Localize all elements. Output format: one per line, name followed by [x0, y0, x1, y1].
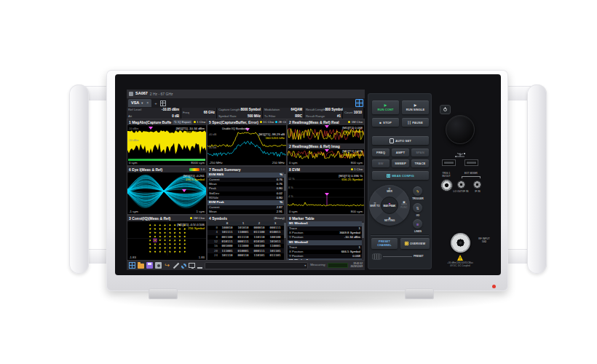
setting-value: 0 dB	[172, 115, 179, 119]
panel-title: 4 Symbols	[209, 217, 227, 221]
auto-set-button[interactable]: AUTO SET	[372, 136, 429, 145]
scrollbar[interactable]	[362, 221, 364, 260]
panel-spectrum[interactable]: 5 Spec(CaptureBuffer, Error) 1C Clrw2E C…	[207, 119, 287, 166]
span-key[interactable]: SPAN	[411, 149, 429, 157]
symbols-row: 24101110000110110101011101	[207, 253, 284, 258]
screenshot-icon[interactable]	[155, 262, 162, 269]
format-tag: (Binary)	[274, 217, 285, 220]
edit-icon[interactable]	[173, 262, 179, 269]
tab-vsa[interactable]: VSA ▼ ×	[128, 99, 151, 107]
run-single-button[interactable]: ▶ RUN SINGLE	[402, 100, 429, 114]
display-config-button[interactable]	[355, 99, 363, 107]
add-tab-button[interactable]: +	[154, 101, 157, 106]
setting-value: 800 Symbol	[325, 108, 344, 112]
setting-value: 500 MHz	[248, 115, 261, 119]
panel-symbols[interactable]: 4 Symbols (Binary) 012301000101010100000…	[207, 215, 287, 261]
io-icon: ⇅	[416, 206, 419, 210]
meas-config-button[interactable]: MEAS CONFIG	[372, 171, 429, 180]
status-led	[492, 285, 496, 288]
rf-input-label: RF INPUT50Ω	[473, 237, 495, 243]
touchscreen[interactable]: SA067 2 Hz - 67 GHz VSA ▼ × + Ref Level-…	[127, 90, 365, 270]
max-peak-key[interactable]: ▼MAX PEAK	[381, 197, 398, 214]
evm-trace-plot	[288, 173, 365, 210]
overview-icon	[405, 242, 408, 245]
play-icon: ▶	[384, 103, 387, 107]
panel-title: 1 MagAbs(Capture Buffe	[129, 121, 171, 124]
settings-cell[interactable]: Capture Length8000 SymbolSymbol Rate500 …	[217, 108, 262, 119]
panel-title: 7 Result Summary	[209, 168, 241, 172]
settings-cell[interactable]: Ref Level-10.05 dBmAtt0 dB	[127, 108, 181, 119]
if-in-connector	[473, 181, 481, 189]
freq-key[interactable]: FREQ	[372, 149, 390, 157]
panel-magabs[interactable]: 1 MagAbs(Capture Buffe ↻IQ Export 1 Clrw…	[127, 119, 207, 166]
display-icon[interactable]	[189, 263, 195, 268]
settings-cell[interactable]: Count10/10	[343, 108, 363, 119]
mkr-to-key[interactable]: ▽MKR TO	[370, 202, 380, 208]
run-cont-button[interactable]: ▶ RUN CONT	[372, 100, 399, 114]
folder-icon[interactable]	[138, 264, 144, 269]
mkr-func-key[interactable]: ▣MKR FUNC	[399, 201, 409, 210]
close-tab-icon[interactable]: ×	[146, 101, 149, 105]
panel-result-summary[interactable]: 7 Result Summary EVM RMS%Current0.76Mean…	[207, 166, 287, 215]
trace-legend: 1M Clrw	[190, 217, 205, 220]
settings-cell[interactable]: Result Length800 SymbolResult Range#1	[304, 108, 342, 119]
eye-diagram-plot	[127, 173, 207, 210]
rotary-knob[interactable]	[446, 115, 475, 144]
clock: 19:41:522023/12/09	[350, 263, 363, 269]
scrollbar[interactable]	[284, 221, 286, 260]
preset-channel-button[interactable]: PRESET CHANNEL	[371, 238, 398, 249]
settings-cell[interactable]: Freq68 GHz	[181, 108, 216, 119]
sweep-key[interactable]: SWEEP	[392, 159, 409, 167]
screen-toolbar: ↪ ▾ Measuring: 19:41:522023/12/09	[127, 261, 365, 270]
panel-title: 6 Eye I(Meas & Ref)	[129, 168, 162, 172]
trigger-key[interactable]: ϟ	[413, 186, 422, 196]
trace-key[interactable]: TRACE	[411, 159, 429, 167]
setting-label: Symbol Rate	[218, 115, 237, 118]
panel-marker-table[interactable]: 9 Marker Table M1 Window1Trace1X Positio…	[287, 215, 365, 261]
iq-export-button[interactable]: ↻IQ Export	[173, 120, 191, 124]
panel-evm[interactable]: 8 EVM 1 Clrw 12 % 8 % 4 % [M1][T1] 0.396…	[287, 166, 365, 215]
usb-icon	[454, 152, 466, 158]
minimize-icon[interactable]	[197, 267, 202, 269]
io-key[interactable]: ⇅	[413, 203, 422, 213]
trig-label: TRIG 1IN/OUT	[436, 172, 456, 178]
right-handle	[527, 84, 547, 274]
window-layout-icon[interactable]	[129, 262, 135, 269]
save-icon[interactable]	[146, 262, 153, 269]
summary-section-header: EVM Peak%	[207, 200, 284, 205]
overview-button[interactable]: OVERVIEW	[400, 238, 430, 249]
message-dropdown[interactable]: ▾	[205, 262, 308, 269]
keypad-divider	[371, 234, 429, 235]
lines-key[interactable]: ≡	[413, 219, 422, 229]
marker-group-header: M1 Window1	[288, 221, 362, 226]
usable-bandwidth-annotation: Usable I/Q Bandwidth	[222, 128, 249, 131]
summary-row: Mean2.91	[207, 210, 284, 214]
warning-icon	[457, 255, 463, 261]
setting-label: Result Length	[306, 108, 325, 111]
window-arrange-icon[interactable]	[160, 100, 166, 106]
stop-button[interactable]: ■STOP	[372, 118, 399, 127]
panel-constellation[interactable]: 3 Const(IQ)(Meas & Ref) 1M Clrw [M1][T1]…	[127, 215, 207, 261]
preset-knob[interactable]	[372, 253, 381, 260]
ampt-key[interactable]: AMPT	[392, 149, 409, 157]
panel-realimag[interactable]: 2 RealImag(Meas & Ref) Real 1M Clrw [M1]…	[287, 119, 365, 166]
y-axis-label: 8 %	[288, 187, 293, 190]
setting-value: -10.05 dBm	[162, 108, 179, 112]
settings-gear-icon[interactable]	[181, 264, 186, 269]
setting-label: Count	[344, 111, 352, 114]
panel-eye-diagram[interactable]: 6 Eye I(Meas & Ref) 1.0 [M1][T1] -0.2611…	[127, 166, 207, 215]
mkr-key[interactable]: ▽MKR	[387, 188, 392, 194]
pause-button[interactable]: | |PAUSE	[402, 118, 429, 127]
scrollbar[interactable]	[284, 173, 286, 214]
setting-key[interactable]: ✱SETTING	[384, 217, 395, 223]
chevron-down-icon[interactable]: ▼	[141, 102, 143, 105]
settings-cell[interactable]: Modulation64QAMTx FilterRRC	[263, 108, 304, 119]
hardkey-panel: ▶ RUN CONT ▶ RUN SINGLE ■STOP | |PAUSE A…	[368, 93, 432, 269]
trigger-label: TRIGGER	[408, 197, 427, 200]
bw-key[interactable]: BW	[372, 159, 390, 167]
power-button[interactable]	[440, 105, 451, 114]
redo-icon[interactable]: ↪	[164, 262, 170, 269]
y-axis-label: -30 dBm	[128, 140, 138, 143]
lines-label: LINES	[408, 230, 427, 233]
trace-legend: 1 Clrw	[194, 121, 205, 124]
